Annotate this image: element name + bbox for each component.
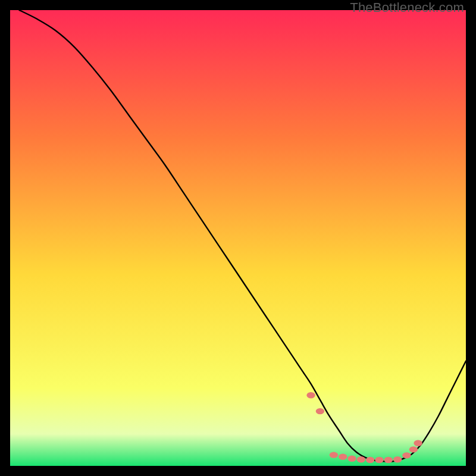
outer-frame: TheBottleneck.com	[0, 0, 476, 476]
marker-point	[357, 456, 365, 462]
bottleneck-chart	[10, 10, 466, 466]
marker-point	[330, 452, 338, 458]
marker-point	[402, 452, 411, 458]
marker-point	[414, 440, 422, 446]
marker-point	[306, 392, 315, 398]
marker-point	[316, 408, 324, 414]
marker-point	[393, 456, 402, 462]
marker-point	[339, 453, 347, 459]
marker-point	[366, 457, 374, 463]
marker-point	[347, 456, 356, 462]
watermark-text: TheBottleneck.com	[350, 0, 464, 15]
marker-point	[409, 446, 418, 452]
marker-point	[384, 457, 393, 463]
gradient-background	[10, 10, 466, 466]
marker-point	[375, 457, 383, 463]
